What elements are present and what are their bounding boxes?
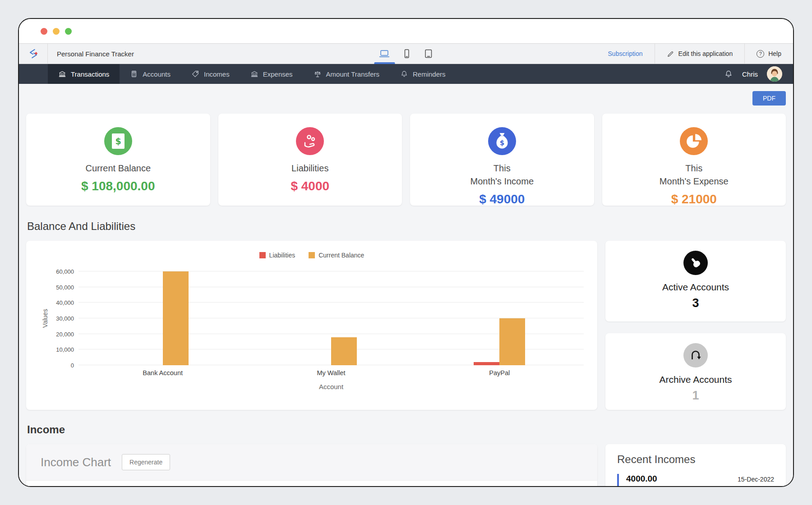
recent-incomes-title: Recent Incomes xyxy=(617,453,774,466)
liabilities-card: Liabilities $ 4000 xyxy=(218,114,402,206)
x-axis-labels: Bank AccountMy WalletPayPal xyxy=(78,369,584,376)
user-avatar[interactable] xyxy=(767,66,782,82)
recent-income-list-item[interactable]: 4000.00 15-Dec-2022 My Wallet ❯ Dividend… xyxy=(617,474,774,486)
nav-label: Amount Transfers xyxy=(326,70,379,78)
nav-label: Transactions xyxy=(71,70,109,78)
chart-plot-area xyxy=(78,271,584,365)
nav-item-reminders[interactable]: Reminders xyxy=(390,64,456,84)
legend-label: Liabilities xyxy=(269,252,295,259)
active-accounts-card: Active Accounts 3 xyxy=(605,241,786,321)
income-chart-header: Income Chart Regenerate xyxy=(26,444,597,481)
notifications-button[interactable] xyxy=(724,69,733,78)
calculator-icon xyxy=(130,70,138,78)
y-tick-label: 30,000 xyxy=(56,315,74,322)
app-title: Personal Finance Tracker xyxy=(57,44,134,64)
bar-current-balance xyxy=(331,337,357,365)
nav-item-transactions[interactable]: Transactions xyxy=(48,64,120,84)
month-expense-card: This Month's Expense $ 21000 xyxy=(602,114,786,206)
app-window: Personal Finance Tracker xyxy=(18,18,794,487)
active-accounts-title: Active Accounts xyxy=(605,282,786,293)
hand-coins-icon xyxy=(296,127,324,155)
y-tick-label: 0 xyxy=(71,362,74,369)
main-navbar: Transactions Accounts Incomes Expenses xyxy=(19,64,793,84)
stat-amount: $ 21000 xyxy=(611,192,777,207)
balance-liabilities-chart: Liabilities Current Balance Values 010,0… xyxy=(26,241,597,410)
tablet-view-button[interactable] xyxy=(423,44,434,64)
tablet-icon xyxy=(423,48,434,59)
close-window-button[interactable] xyxy=(41,28,47,35)
money-bag-icon: $ xyxy=(488,127,516,155)
nav-item-incomes[interactable]: Incomes xyxy=(181,64,240,84)
help-label: Help xyxy=(768,50,781,57)
svg-text:$: $ xyxy=(500,139,504,147)
active-accounts-count: 3 xyxy=(605,296,786,310)
edit-application-label: Edit this application xyxy=(678,50,733,57)
device-preview-switcher xyxy=(378,44,434,64)
subscription-link[interactable]: Subscription xyxy=(596,44,655,64)
nav-item-accounts[interactable]: Accounts xyxy=(120,64,181,84)
desktop-view-button[interactable] xyxy=(378,44,391,64)
pie-chart-icon xyxy=(680,127,708,155)
legend-swatch-current-balance xyxy=(309,252,315,258)
nav-label: Incomes xyxy=(204,70,230,78)
bar-liabilities xyxy=(474,362,499,365)
x-category-label: My Wallet xyxy=(247,369,415,376)
zoom-window-button[interactable] xyxy=(65,28,72,35)
legend-swatch-liabilities xyxy=(259,252,266,258)
svg-text:$: $ xyxy=(115,136,121,146)
y-tick-label: 10,000 xyxy=(56,346,74,353)
stat-title: This xyxy=(419,162,585,175)
balance-section-heading: Balance And Liabilities xyxy=(27,220,786,233)
alarm-bell-icon xyxy=(400,70,408,78)
regenerate-button[interactable]: Regenerate xyxy=(122,454,170,470)
pdf-export-button[interactable]: PDF xyxy=(752,91,786,106)
month-income-card: $ This Month's Income $ 49000 xyxy=(410,114,594,206)
pencil-icon xyxy=(667,50,674,58)
phone-view-button[interactable] xyxy=(401,44,412,64)
bar-group xyxy=(78,271,247,365)
income-chart-title: Income Chart xyxy=(41,455,111,469)
creator-logo-icon[interactable] xyxy=(19,44,48,64)
help-button[interactable]: ? Help xyxy=(744,44,793,64)
y-tick-label: 60,000 xyxy=(56,268,74,275)
current-balance-card: $ Current Balance $ 108,000.00 xyxy=(26,114,210,206)
edit-application-button[interactable]: Edit this application xyxy=(655,44,745,64)
nav-item-expenses[interactable]: Expenses xyxy=(240,64,303,84)
archive-accounts-count: 1 xyxy=(605,389,786,403)
laptop-icon xyxy=(378,48,391,60)
uturn-arrow-icon xyxy=(683,343,708,367)
stat-title-line2: Month's Income xyxy=(419,175,585,188)
bar-current-balance xyxy=(499,318,525,365)
scale-icon xyxy=(314,70,322,78)
income-section-heading: Income xyxy=(27,423,786,436)
archive-accounts-title: Archive Accounts xyxy=(605,374,786,385)
x-axis-title: Account xyxy=(78,383,584,390)
dashboard-content: PDF $ Current Balance $ 108,000.00 xyxy=(19,84,793,486)
stat-title: Current Balance xyxy=(35,162,201,175)
tap-hand-icon xyxy=(683,251,708,275)
bar-current-balance xyxy=(163,271,189,365)
navbar-right: Chris xyxy=(724,64,793,84)
bar-group xyxy=(247,271,415,365)
legend-item-liabilities: Liabilities xyxy=(259,252,295,259)
bar-group xyxy=(415,271,584,365)
nav-label: Accounts xyxy=(143,70,171,78)
y-axis-ticks: 010,00020,00030,00040,00050,00060,000 xyxy=(51,271,78,365)
stat-title: Liabilities xyxy=(227,162,393,175)
x-category-label: PayPal xyxy=(415,369,584,376)
income-date: 15-Dec-2022 xyxy=(738,476,774,483)
legend-item-current-balance: Current Balance xyxy=(309,252,364,259)
phone-icon xyxy=(401,48,412,59)
stat-cards-row: $ Current Balance $ 108,000.00 Liabiliti xyxy=(26,114,786,206)
y-tick-label: 20,000 xyxy=(56,331,74,337)
tag-icon xyxy=(191,70,199,78)
stat-title-line2: Month's Expense xyxy=(611,175,777,188)
minimize-window-button[interactable] xyxy=(53,28,60,35)
nav-item-amount-transfers[interactable]: Amount Transfers xyxy=(303,64,390,84)
stat-amount: $ 49000 xyxy=(419,192,585,207)
archive-accounts-card: Archive Accounts 1 xyxy=(605,333,786,410)
recent-incomes-card: Recent Incomes 4000.00 15-Dec-2022 My Wa… xyxy=(605,444,786,486)
bell-icon xyxy=(724,69,733,78)
income-chart-panel: Income Chart Regenerate xyxy=(26,444,597,486)
y-tick-label: 40,000 xyxy=(56,299,74,306)
